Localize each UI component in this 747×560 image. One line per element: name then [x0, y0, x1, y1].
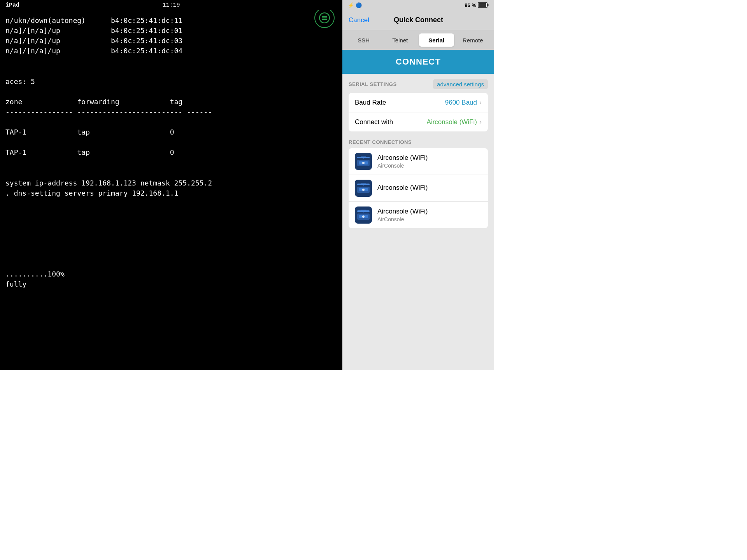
connect-with-row[interactable]: Connect with Airconsole (WiFi) › [349, 112, 488, 131]
baud-rate-label: Baud Rate [355, 99, 386, 107]
svg-rect-16 [357, 184, 370, 185]
serial-settings-label: SERIAL SETTINGS [349, 81, 397, 87]
serial-settings-section: SERIAL SETTINGS advanced settings Baud R… [342, 74, 494, 134]
tab-remote[interactable]: Remote [456, 33, 491, 47]
baud-rate-right: 9600 Baud › [445, 98, 482, 107]
tab-ssh[interactable]: SSH [346, 33, 381, 47]
svg-point-10 [362, 162, 365, 164]
svg-rect-5 [479, 3, 486, 7]
recent-connections-label: RECENT CONNECTIONS [349, 139, 488, 145]
tab-telnet[interactable]: Telnet [383, 33, 418, 47]
recent-name-1: Airconsole (WiFi) [377, 184, 428, 192]
tab-serial[interactable]: Serial [419, 33, 454, 47]
recent-item-0[interactable]: Airconsole (WiFi) AirConsole [349, 148, 488, 175]
baud-rate-value: 9600 Baud [445, 99, 477, 107]
recent-sub-2: AirConsole [377, 216, 428, 222]
advanced-settings-button[interactable]: advanced settings [433, 79, 488, 89]
recent-info-1: Airconsole (WiFi) [377, 184, 428, 192]
recent-info-0: Airconsole (WiFi) AirConsole [377, 154, 428, 169]
battery-percent: 96 % [465, 2, 476, 8]
airconsole-icon-0 [355, 153, 372, 170]
airconsole-icon-1 [355, 180, 372, 197]
recent-item-2[interactable]: Airconsole (WiFi) AirConsole [349, 202, 488, 228]
svg-point-20 [362, 215, 365, 218]
tab-bar: SSH Telnet Serial Remote [342, 30, 494, 50]
svg-rect-11 [357, 157, 370, 158]
nav-bar: Cancel Quick Connect [342, 10, 494, 30]
connect-with-value: Airconsole (WiFi) [427, 118, 477, 126]
battery-icon-svg [478, 2, 489, 8]
svg-rect-6 [487, 4, 489, 6]
terminal-output: n/ukn/down(autoneg) b4:0c:25:41:dc:11 n/… [5, 16, 337, 290]
terminal-panel: iPad 11:19 n/ukn/down(autoneg) b4:0c:25:… [0, 0, 342, 370]
settings-header: SERIAL SETTINGS advanced settings [349, 79, 488, 89]
right-panel: ⚡ 🔵 96 % Cancel Quick Connect SSH Telnet… [342, 0, 494, 370]
svg-rect-21 [357, 210, 370, 212]
time-display: 11:19 [162, 2, 180, 9]
menu-icon-button[interactable] [314, 8, 335, 28]
terminal-text: n/ukn/down(autoneg) b4:0c:25:41:dc:11 n/… [5, 16, 337, 290]
connect-with-label: Connect with [355, 118, 393, 126]
right-status-bar: ⚡ 🔵 96 % [342, 0, 494, 10]
airconsole-icon-2 [355, 206, 372, 224]
connect-button[interactable]: CONNECT [342, 50, 494, 74]
recent-info-2: Airconsole (WiFi) AirConsole [377, 208, 428, 222]
recent-sub-0: AirConsole [377, 163, 428, 169]
recent-name-0: Airconsole (WiFi) [377, 154, 428, 162]
baud-rate-row[interactable]: Baud Rate 9600 Baud › [349, 93, 488, 112]
nav-title: Quick Connect [372, 16, 465, 24]
recent-name-2: Airconsole (WiFi) [377, 208, 428, 215]
settings-rows: Baud Rate 9600 Baud › Connect with Airco… [349, 93, 488, 131]
connect-with-right: Airconsole (WiFi) › [427, 118, 482, 126]
cancel-button[interactable]: Cancel [349, 14, 372, 26]
recent-item-1[interactable]: Airconsole (WiFi) [349, 175, 488, 202]
device-label: iPad [5, 2, 19, 9]
bluetooth-indicator: ⚡ 🔵 [348, 2, 362, 8]
recent-connections-section: RECENT CONNECTIONS Airconsole (WiFi) Air… [342, 134, 494, 231]
baud-rate-chevron: › [479, 98, 482, 107]
connect-with-chevron: › [479, 118, 482, 126]
svg-point-15 [362, 189, 365, 191]
recent-connections-list: Airconsole (WiFi) AirConsole Airconsole … [349, 148, 488, 228]
status-bar: iPad 11:19 [0, 0, 342, 10]
battery-info: 96 % [465, 2, 489, 8]
hamburger-icon [319, 12, 330, 23]
